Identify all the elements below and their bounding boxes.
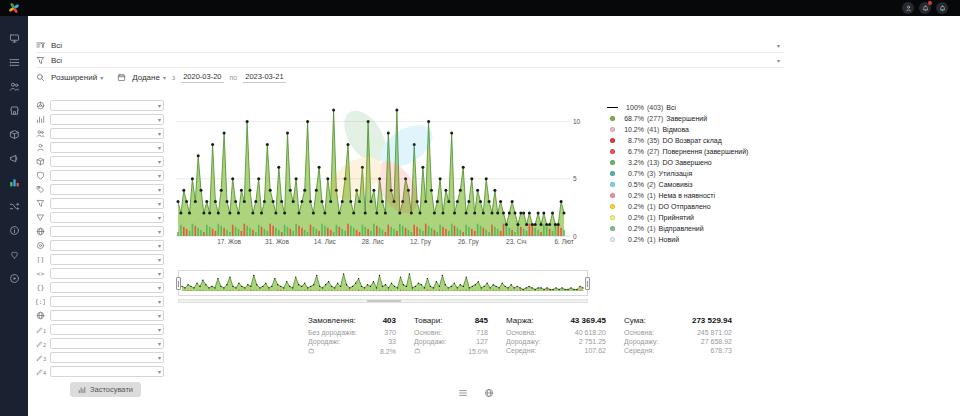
sidebar-item-integrations[interactable] <box>6 198 22 214</box>
legend-item-4[interactable]: 8.7%(35)DO Возврат склад <box>606 135 788 146</box>
filter-select-14[interactable]: ▾ <box>50 282 164 293</box>
legend-item-12[interactable]: 0.2%(1)Відправлений <box>606 223 788 234</box>
stat-sub-label: Основна: <box>624 329 654 336</box>
filter-select-2[interactable]: ▾ <box>50 114 164 125</box>
filter-select-7[interactable]: ▾ <box>50 184 164 195</box>
app-logo-icon[interactable] <box>8 2 20 14</box>
table-view-button[interactable] <box>456 386 470 400</box>
custom-field-select-4[interactable]: ▾ <box>50 366 164 377</box>
stat-sub-value: 40 618.20 <box>575 329 606 336</box>
sidebar-item-info[interactable] <box>6 222 22 238</box>
stat-sub-row: Дородажу:27 658.92 <box>624 338 732 345</box>
legend-percent: 0.2% <box>621 203 644 210</box>
search-mode-select[interactable]: Розширений ▾ <box>51 73 103 82</box>
legend-item-2[interactable]: 68.7%(277)Завершений <box>606 113 788 124</box>
chart-legend: 100%(403)Всі68.7%(277)Завершений10.2%(41… <box>606 102 788 245</box>
navigator-handle-left[interactable] <box>176 277 181 290</box>
stat-title: Замовлення: <box>308 316 356 325</box>
date-field-select[interactable]: Додане ▾ <box>132 73 166 82</box>
map-view-button[interactable] <box>482 386 496 400</box>
stat-sub-row: Дородажу:2 751.25 <box>506 338 606 345</box>
braces-dot-icon: {:} <box>36 297 45 306</box>
legend-count: (1) <box>647 236 656 243</box>
sidebar-item-marketing[interactable] <box>6 150 22 166</box>
navigator-scrollbar[interactable] <box>178 299 588 303</box>
date-to-label: по <box>230 74 238 81</box>
scrollbar-thumb[interactable] <box>367 300 401 302</box>
legend-item-13[interactable]: 0.2%(1)Новий <box>606 234 788 245</box>
chevron-down-icon: ▾ <box>158 298 161 305</box>
legend-percent: 68.7% <box>621 115 644 122</box>
orders-timeline-chart[interactable]: 0510 <box>174 96 598 242</box>
legend-percent: 10.2% <box>621 126 644 133</box>
filter-select-9[interactable]: ▾ <box>50 212 164 223</box>
filter-select-15[interactable]: ▾ <box>50 296 164 307</box>
legend-count: (2) <box>647 181 656 188</box>
stat-sub-row: Основна:245 871.02 <box>624 329 732 336</box>
legend-item-1[interactable]: 100%(403)Всі <box>606 102 788 113</box>
chevron-down-icon: ▾ <box>158 158 161 165</box>
legend-dot-swatch <box>610 237 615 242</box>
date-from-input[interactable]: 2020-03-20 <box>181 72 223 83</box>
chevron-down-icon: ▾ <box>158 200 161 207</box>
filter-select-8[interactable]: ▾ <box>50 198 164 209</box>
legend-item-3[interactable]: 10.2%(41)Відмова <box>606 124 788 135</box>
apply-button[interactable]: Застосувати <box>70 382 141 397</box>
legend-item-5[interactable]: 6.7%(27)Повернення (завершений) <box>606 146 788 157</box>
custom-field-select-3[interactable]: ▾ <box>50 352 164 363</box>
sidebar-item-dashboard[interactable] <box>6 30 22 46</box>
legend-item-6[interactable]: 3.2%(13)DO Завершено <box>606 157 788 168</box>
legend-item-11[interactable]: 0.2%(1)Прийнятий <box>606 212 788 223</box>
legend-item-10[interactable]: 0.2%(1)DO Отправлено <box>606 201 788 212</box>
legend-dot-swatch <box>610 204 615 209</box>
legend-item-7[interactable]: 0.7%(3)Утилізація <box>606 168 788 179</box>
filter-select-3[interactable]: ▾ <box>50 128 164 139</box>
filter-select-1[interactable]: ▾ <box>50 100 164 111</box>
filter-select-6[interactable]: ▾ <box>50 170 164 181</box>
custom-field-select-1[interactable]: ▾ <box>50 324 164 335</box>
list-icon <box>458 388 468 398</box>
search-icon <box>36 73 45 82</box>
bag-icon <box>308 347 315 354</box>
svg-text:5: 5 <box>573 175 577 182</box>
main-chart[interactable]: 0510 17. Жов31. Жов14. Лис28. Лис12. Гру… <box>174 96 598 254</box>
sidebar-item-products[interactable] <box>6 126 22 142</box>
legend-item-9[interactable]: 0.2%(1)Нема в наявності <box>606 190 788 201</box>
sidebar-item-customers[interactable] <box>6 78 22 94</box>
stat-sub-label: Середня: <box>506 347 536 354</box>
stat-title: Сума: <box>624 316 646 325</box>
sidebar-item-analytics[interactable] <box>6 174 22 190</box>
globe-icon <box>484 388 494 398</box>
sidebar-item-video[interactable] <box>6 270 22 286</box>
filter-select-4[interactable]: ▾ <box>50 142 164 153</box>
sidebar-item-partners[interactable] <box>6 246 22 262</box>
filter-select-12[interactable]: ▾ <box>50 254 164 265</box>
filter-row-7: ▾ <box>36 184 164 195</box>
legend-label: DO Возврат склад <box>662 137 721 144</box>
navigator-handle-right[interactable] <box>585 277 590 290</box>
filter-select-11[interactable]: ▾ <box>50 240 164 251</box>
filter-select-5[interactable]: ▾ <box>50 156 164 167</box>
video-icon <box>9 273 20 284</box>
sidebar-item-orders[interactable] <box>6 54 22 70</box>
filter-select-10[interactable]: ▾ <box>50 226 164 237</box>
top-filter-2[interactable]: Всі ▾ <box>36 53 784 68</box>
chevron-down-icon: ▾ <box>158 116 161 123</box>
svg-text:10: 10 <box>573 118 581 125</box>
stat-sub-label: Дородажу: <box>506 338 541 345</box>
announcements-button[interactable] <box>936 2 948 14</box>
notifications-button[interactable] <box>919 2 931 14</box>
mini-navigator-chart[interactable] <box>178 270 588 296</box>
custom-field-select-2[interactable]: ▾ <box>50 338 164 349</box>
chevron-down-icon: ▾ <box>158 326 161 333</box>
sidebar-item-store[interactable] <box>6 102 22 118</box>
filter-select-16[interactable]: ▾ <box>50 310 164 321</box>
filter-select-13[interactable]: ▾ <box>50 268 164 279</box>
date-to-input[interactable]: 2023-03-21 <box>243 72 285 83</box>
marketing-icon <box>9 153 20 164</box>
filter-row-4: ▾ <box>36 142 164 153</box>
legend-dot-swatch <box>610 127 615 132</box>
legend-item-8[interactable]: 0.5%(2)Самовивіз <box>606 179 788 190</box>
user-avatar-button[interactable] <box>902 2 914 14</box>
top-filter-1[interactable]: Всі ▾ <box>36 38 784 53</box>
